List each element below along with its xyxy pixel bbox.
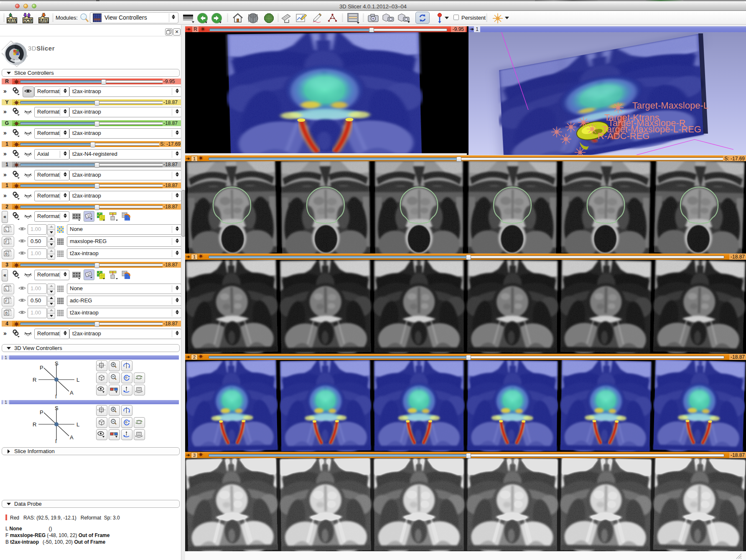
svg-text:I: I [55,393,57,399]
svg-text:L: L [5,228,8,232]
svg-text:L: L [5,287,8,291]
svg-text:L: L [76,421,79,428]
svg-text:S: S [55,405,59,411]
svg-text:F: F [5,299,8,303]
svg-text:B: B [5,252,8,256]
svg-text:B: B [5,311,8,315]
svg-text:L: L [76,377,79,383]
svg-text:DCM: DCM [24,18,32,23]
svg-text:F: F [5,240,8,244]
svg-text:S: S [55,360,59,367]
svg-text:I: I [55,438,57,443]
svg-text:R: R [33,421,36,428]
svg-text:A: A [70,434,74,441]
svg-text:A: A [70,390,74,396]
svg-text:P: P [40,409,43,416]
svg-text:R: R [33,377,36,383]
svg-text:P: P [40,365,43,371]
svg-text:SAVE: SAVE [39,18,48,23]
svg-text:DATA: DATA [7,18,17,23]
